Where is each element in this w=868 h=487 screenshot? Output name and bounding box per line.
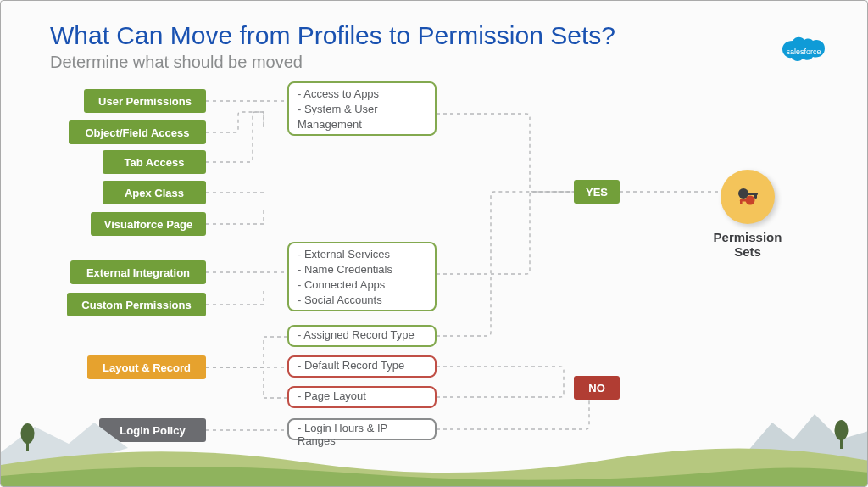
detail-page-layout: - Page Layout: [287, 386, 437, 408]
detail-login-policy: - Login Hours & IP Ranges: [287, 418, 437, 440]
pill-custom-permissions: Custom Permissions: [67, 293, 206, 316]
detail-user-permissions: - Access to Apps - System & User Managem…: [287, 81, 437, 136]
pill-external-integration: External Integration: [70, 260, 206, 284]
badge-no: NO: [574, 376, 620, 400]
salesforce-logo: salesforce: [774, 31, 833, 72]
pill-visualforce-page: Visualforce Page: [91, 212, 206, 236]
pill-object-field-access: Object/Field Access: [69, 120, 206, 144]
svg-point-10: [835, 420, 849, 440]
pill-apex-class: Apex Class: [103, 181, 206, 204]
svg-text:salesforce: salesforce: [786, 48, 821, 56]
permission-sets-icon: [721, 170, 775, 224]
pill-login-policy: Login Policy: [99, 418, 206, 442]
svg-rect-9: [840, 434, 843, 449]
svg-rect-3: [754, 193, 757, 199]
pill-tab-access: Tab Access: [103, 150, 206, 174]
svg-point-8: [21, 423, 35, 444]
permission-sets-label: Permission Sets: [704, 230, 791, 260]
detail-default-record-type: - Default Record Type: [287, 355, 437, 378]
pill-layout-record: Layout & Record: [87, 355, 206, 379]
pill-user-permissions: User Permissions: [84, 89, 206, 113]
svg-rect-6: [740, 199, 743, 204]
svg-rect-7: [26, 437, 29, 451]
slide-subtitle: Determine what should be moved: [50, 53, 303, 72]
detail-assigned-record-type: - Assigned Record Type: [287, 325, 437, 347]
slide-title: What Can Move from Profiles to Permissio…: [50, 21, 615, 50]
detail-external-integration: - External Services - Name Credentials -…: [287, 242, 437, 311]
badge-yes: YES: [574, 180, 620, 204]
